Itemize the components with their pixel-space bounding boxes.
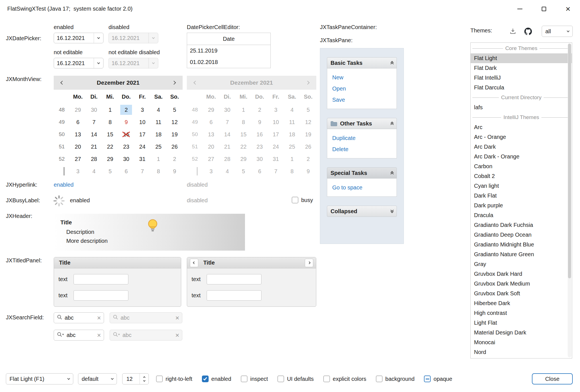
calendar-day[interactable]: 20: [70, 141, 86, 153]
datepicker-dropdown-button[interactable]: [94, 33, 103, 43]
checkbox-background[interactable]: background: [376, 376, 415, 382]
calendar-day[interactable]: 2: [118, 104, 135, 116]
theme-item[interactable]: High contrast: [471, 308, 572, 318]
font-size-spinner[interactable]: 12: [122, 373, 149, 384]
calendar-day[interactable]: 22: [102, 141, 118, 153]
calendar-next-button[interactable]: [169, 76, 179, 90]
calendar-day[interactable]: 12: [166, 116, 183, 128]
checkbox-box[interactable]: [277, 376, 284, 382]
calendar-day[interactable]: 18: [150, 128, 167, 141]
checkbox-busy[interactable]: busy: [292, 197, 313, 203]
theme-item[interactable]: Material Design Dark: [471, 328, 572, 338]
theme-item[interactable]: Nord: [471, 347, 572, 357]
checkbox-box[interactable]: [292, 197, 298, 203]
themes-scrollbar-thumb[interactable]: [568, 44, 571, 278]
theme-item[interactable]: Gradianto Deep Ocean: [471, 230, 572, 240]
theme-item[interactable]: Cobalt 2: [471, 171, 572, 181]
calendar-day[interactable]: 15: [102, 128, 118, 141]
calendar-day[interactable]: 1: [150, 153, 167, 165]
theme-item[interactable]: Carbon: [471, 161, 572, 171]
download-button[interactable]: [507, 26, 519, 37]
theme-item[interactable]: Dark Flat: [471, 191, 572, 201]
theme-item[interactable]: Light Flat: [471, 318, 572, 328]
calendar-day[interactable]: 6: [118, 165, 135, 177]
checkbox-box[interactable]: [424, 376, 431, 382]
checkbox-explicit-colors[interactable]: explicit colors: [323, 376, 366, 382]
table-column-header[interactable]: Date: [187, 33, 270, 45]
hyperlink-enabled[interactable]: enabled: [54, 182, 74, 188]
clear-icon[interactable]: ×: [97, 332, 101, 339]
calendar-day[interactable]: 13: [70, 128, 86, 141]
theme-item[interactable]: Flat Light: [471, 53, 572, 63]
themes-filter-combobox[interactable]: all: [542, 26, 573, 37]
taskpane-action-link[interactable]: Save: [332, 95, 392, 104]
datepicker-dropdown-button[interactable]: [94, 58, 103, 68]
theme-item[interactable]: Gruvbox Dark Hard: [471, 269, 572, 279]
theme-item[interactable]: Monocai: [471, 338, 572, 347]
calendar-day[interactable]: 7: [134, 165, 150, 177]
search-field-enabled[interactable]: ×: [54, 312, 104, 323]
lookandfeel-combobox[interactable]: Flat Light (F1): [6, 373, 73, 384]
spinner-buttons[interactable]: [140, 374, 148, 384]
calendar-day[interactable]: 26: [166, 141, 183, 153]
calendar-day[interactable]: 24: [134, 141, 150, 153]
titledpanel-next-button[interactable]: [305, 259, 313, 267]
calendar-day[interactable]: 9: [166, 165, 183, 177]
checkbox-right-to-left[interactable]: right-to-left: [156, 376, 192, 382]
theme-item[interactable]: Arc Dark - Orange: [471, 152, 572, 161]
calendar-day[interactable]: 6: [70, 116, 86, 128]
theme-item[interactable]: Flat Darcula: [471, 83, 572, 92]
calendar-day[interactable]: 21: [86, 141, 102, 153]
calendar-day[interactable]: 1: [102, 104, 118, 116]
calendar-day[interactable]: 2: [166, 153, 183, 165]
checkbox-inspect[interactable]: inspect: [241, 376, 268, 382]
datepicker-enabled[interactable]: 16.12.2021: [54, 33, 103, 43]
theme-item[interactable]: Gray: [471, 259, 572, 269]
calendar-day[interactable]: 30: [86, 104, 102, 116]
calendar-day[interactable]: 16: [118, 128, 135, 141]
theme-item[interactable]: Gradianto Dark Fuchsia: [471, 220, 572, 230]
titledpanel-prev-button[interactable]: [190, 259, 198, 267]
checkbox-box[interactable]: [202, 376, 209, 382]
calendar-day[interactable]: 29: [102, 153, 118, 165]
checkbox-ui-defaults[interactable]: UI defaults: [277, 376, 314, 382]
calendar-day[interactable]: 17: [134, 128, 150, 141]
calendar-day[interactable]: 3: [134, 104, 150, 116]
calendar-day[interactable]: 4: [86, 165, 102, 177]
theme-item[interactable]: Cyan light: [471, 181, 572, 191]
taskpane-action-link[interactable]: Delete: [332, 144, 392, 154]
calendar-day[interactable]: 14: [86, 128, 102, 141]
calendar-day[interactable]: 8: [102, 116, 118, 128]
text-field[interactable]: [207, 290, 261, 301]
text-field[interactable]: [74, 290, 128, 301]
checkbox-box[interactable]: [241, 376, 247, 382]
taskpane-header[interactable]: Basic Tasks: [327, 57, 397, 68]
text-field[interactable]: [207, 274, 261, 284]
calendar-prev-button[interactable]: [58, 76, 67, 90]
calendar-day[interactable]: 28: [86, 153, 102, 165]
search-input[interactable]: [67, 332, 95, 338]
clear-icon[interactable]: ×: [97, 315, 101, 321]
theme-item[interactable]: Dark purple: [471, 201, 572, 210]
taskpane-header[interactable]: Other Tasks: [327, 118, 397, 129]
calendar-day[interactable]: 11: [150, 116, 167, 128]
theme-item[interactable]: Arc: [471, 122, 572, 132]
themes-scrollbar[interactable]: [568, 44, 571, 357]
checkbox-box[interactable]: [156, 376, 163, 382]
font-family-combobox[interactable]: default: [78, 373, 117, 384]
calendar-day[interactable]: 25: [150, 141, 167, 153]
theme-item[interactable]: Arc - Orange: [471, 132, 572, 142]
calendar-day[interactable]: 8: [150, 165, 167, 177]
search-field-with-menu[interactable]: ×: [54, 330, 104, 341]
calendar-day[interactable]: 5: [102, 165, 118, 177]
calendar-day[interactable]: 3: [70, 165, 86, 177]
table-row[interactable]: 25.11.2019: [187, 45, 270, 56]
theme-item[interactable]: Dracula: [471, 210, 572, 220]
theme-item[interactable]: Arc Dark: [471, 142, 572, 152]
calendar-day[interactable]: 10: [134, 116, 150, 128]
checkbox-box[interactable]: [376, 376, 383, 382]
calendar-day[interactable]: 30: [118, 153, 135, 165]
calendar-day[interactable]: 19: [166, 128, 183, 141]
theme-item[interactable]: Flat Dark: [471, 63, 572, 73]
calendar-day[interactable]: 9: [118, 116, 135, 128]
